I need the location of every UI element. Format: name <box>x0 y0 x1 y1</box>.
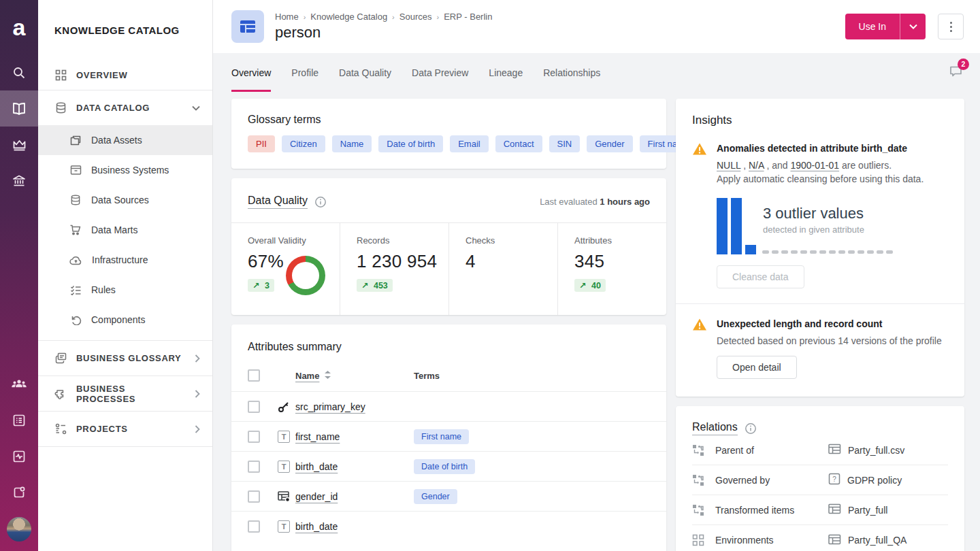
glossary-chip[interactable]: Gender <box>587 135 632 152</box>
relation-target-label[interactable]: Party_full_QA <box>848 535 906 546</box>
breadcrumb-link[interactable]: Sources <box>399 12 432 22</box>
outlier-bar <box>731 198 742 254</box>
info-icon[interactable] <box>745 422 757 435</box>
comments-button[interactable]: 2 <box>949 65 964 81</box>
attribute-name[interactable]: first_name <box>295 431 397 442</box>
attribute-name[interactable]: birth_date <box>295 521 397 532</box>
sort-icon[interactable] <box>325 371 331 381</box>
sidebar-item-data-marts[interactable]: Data Marts <box>38 215 212 245</box>
info-icon[interactable] <box>314 196 327 208</box>
glossary-chip[interactable]: PII <box>248 135 275 152</box>
tab-relationships[interactable]: Relationships <box>543 53 600 92</box>
sidebar-item-label: PROJECTS <box>76 424 128 434</box>
relations-title[interactable]: Relations <box>692 421 738 435</box>
row-checkbox[interactable] <box>248 490 260 503</box>
user-avatar[interactable] <box>7 517 31 541</box>
sidebar-item-label: DATA CATALOG <box>76 103 150 113</box>
rail-forms-button[interactable] <box>0 402 38 438</box>
trend-up-icon: ↗ <box>252 280 259 290</box>
term-chip[interactable]: First name <box>414 429 469 444</box>
rail-monitoring-button[interactable] <box>0 438 38 474</box>
rail-governance-button[interactable] <box>0 163 38 199</box>
rail-search-button[interactable] <box>0 54 38 90</box>
outlier-value-link[interactable]: 1900-01-01 <box>790 160 839 171</box>
sidebar-item-projects[interactable]: PROJECTS <box>38 411 212 446</box>
relation-target[interactable]: Party_full_QA <box>828 534 948 547</box>
relation-label: Environments <box>715 535 828 546</box>
sidebar-item-overview[interactable]: OVERVIEW <box>38 60 212 90</box>
glossary-chip[interactable]: Citizen <box>282 135 325 152</box>
stat-value: 4 <box>466 251 557 272</box>
term-chip[interactable]: Gender <box>414 489 457 504</box>
use-in-split-button[interactable]: Use In <box>845 14 926 39</box>
cleanse-data-button[interactable]: Cleanse data <box>717 265 804 288</box>
row-checkbox[interactable] <box>248 401 260 413</box>
attribute-name[interactable]: gender_id <box>295 491 397 502</box>
sidebar-item-business-glossary[interactable]: BUSINESS GLOSSARY <box>38 340 212 375</box>
table-row[interactable]: src_primary_key <box>231 391 666 421</box>
row-checkbox[interactable] <box>248 520 260 533</box>
outlier-value-link[interactable]: NULL <box>717 160 740 171</box>
tab-data-preview[interactable]: Data Preview <box>412 53 468 92</box>
select-all-checkbox[interactable] <box>248 369 260 382</box>
breadcrumb-link[interactable]: Home <box>275 12 299 22</box>
glossary-chip[interactable]: Name <box>332 135 372 152</box>
outlier-bar <box>717 198 728 254</box>
row-checkbox[interactable] <box>248 461 260 473</box>
sidebar-item-business-systems[interactable]: Business Systems <box>38 155 212 185</box>
tab-profile[interactable]: Profile <box>291 53 318 92</box>
relation-target[interactable]: ? GDPR policy <box>828 473 948 487</box>
column-header-name[interactable]: Name <box>295 371 397 381</box>
glossary-chip[interactable]: Date of birth <box>378 135 443 152</box>
relation-target-label[interactable]: Party_full <box>848 505 887 516</box>
breadcrumb-link[interactable]: Knowledge Catalog <box>310 12 387 22</box>
sidebar-item-label: BUSINESS GLOSSARY <box>76 353 181 363</box>
sidebar-item-rules[interactable]: Rules <box>38 275 212 305</box>
breadcrumb-link[interactable]: ERP - Berlin <box>444 12 492 22</box>
relation-target[interactable]: Party_full.csv <box>828 444 948 456</box>
sidebar-item-business-processes[interactable]: BUSINESS PROCESSES <box>38 375 212 411</box>
column-header-terms[interactable]: Terms <box>414 371 440 381</box>
glossary-chip[interactable]: Contact <box>495 135 542 152</box>
open-detail-button[interactable]: Open detail <box>717 356 797 379</box>
sidebar-item-label: Data Sources <box>91 195 149 205</box>
table-row[interactable]: T birth_date Date of birth <box>231 451 666 481</box>
more-actions-button[interactable] <box>938 14 964 39</box>
sidebar-item-label: Business Systems <box>91 165 169 176</box>
glossary-chip[interactable]: Email <box>450 135 489 152</box>
relation-target-label[interactable]: GDPR policy <box>847 475 902 486</box>
module-title: KNOWLEDGE CATALOG <box>38 0 212 60</box>
pages-icon <box>54 352 67 364</box>
attribute-name[interactable]: birth_date <box>295 461 397 472</box>
rail-releases-button[interactable] <box>0 474 38 510</box>
rail-people-button[interactable] <box>0 366 38 402</box>
attribute-name[interactable]: src_primary_key <box>295 401 397 412</box>
table-row[interactable]: gender_id Gender <box>231 481 666 511</box>
tab-lineage[interactable]: Lineage <box>489 53 523 92</box>
rail-quality-button[interactable] <box>0 127 38 163</box>
sidebar-item-infrastructure[interactable]: Infrastructure <box>38 245 212 275</box>
tab-data-quality[interactable]: Data Quality <box>339 53 391 92</box>
glossary-chip[interactable]: SIN <box>549 135 581 152</box>
sidebar-item-label: Data Assets <box>91 135 142 146</box>
data-quality-title[interactable]: Data Quality <box>248 195 308 209</box>
breadcrumb-separator: › <box>304 13 306 21</box>
use-in-button[interactable]: Use In <box>845 14 900 39</box>
row-checkbox[interactable] <box>248 431 260 443</box>
chevron-down-icon[interactable] <box>192 105 200 111</box>
relation-target-label[interactable]: Party_full.csv <box>848 445 904 456</box>
use-in-dropdown-button[interactable] <box>900 14 926 39</box>
sidebar-item-components[interactable]: Components <box>38 305 212 335</box>
outlier-value-link[interactable]: N/A <box>749 160 764 171</box>
table-row[interactable]: T first_name First name <box>231 421 666 451</box>
relation-target[interactable]: Party_full <box>828 503 948 516</box>
brand-logo[interactable]: a <box>0 0 38 54</box>
rail-spacer <box>0 199 38 366</box>
table-row[interactable]: T birth_date <box>231 511 666 541</box>
tab-overview[interactable]: Overview <box>231 53 271 92</box>
rail-catalog-button[interactable] <box>0 90 38 127</box>
term-chip[interactable]: Date of birth <box>414 459 475 474</box>
sidebar-item-data-assets[interactable]: Data Assets <box>38 125 212 155</box>
sidebar-item-data-catalog[interactable]: DATA CATALOG <box>38 90 212 125</box>
sidebar-item-data-sources[interactable]: Data Sources <box>38 185 212 215</box>
